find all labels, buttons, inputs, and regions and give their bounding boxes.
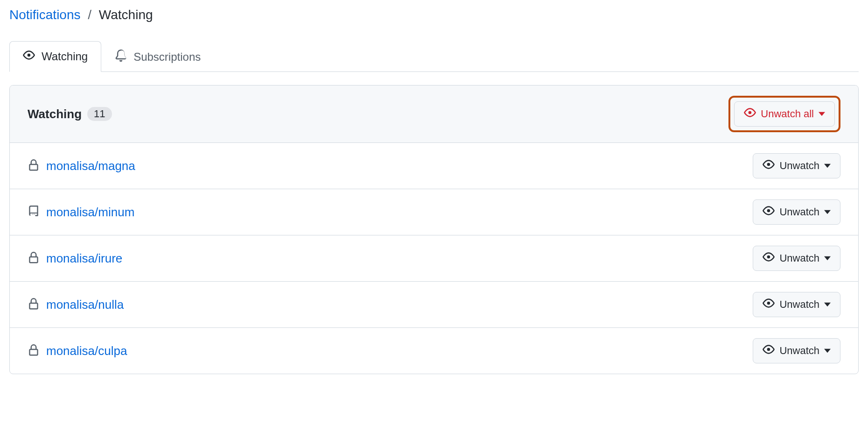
caret-down-icon [824,298,831,311]
panel-header: Watching 11 Unwatch all [10,85,858,143]
eye-icon [744,106,756,121]
lock-icon [28,344,40,358]
eye-icon [763,158,775,173]
unwatch-label: Unwatch [779,252,819,264]
repo-info: monalisa/minum [28,205,134,220]
tab-subscriptions[interactable]: Subscriptions [101,41,214,72]
unwatch-button[interactable]: Unwatch [753,338,840,363]
repo-info: monalisa/culpa [28,344,127,358]
tabs-bar: Watching Subscriptions [9,41,859,72]
tab-subscriptions-label: Subscriptions [133,50,201,64]
repo-link[interactable]: monalisa/magna [46,159,135,173]
eye-icon [763,297,775,312]
bell-icon [115,50,127,64]
repo-row: monalisa/nullaUnwatch [10,282,858,328]
watching-panel: Watching 11 Unwatch all monalisa/magnaUn… [9,85,859,374]
unwatch-label: Unwatch [779,345,819,357]
repo-row: monalisa/irureUnwatch [10,235,858,282]
unwatch-button[interactable]: Unwatch [753,153,840,178]
lock-icon [28,159,40,173]
repo-row: monalisa/minumUnwatch [10,189,858,235]
unwatch-label: Unwatch [779,160,819,172]
tab-watching-label: Watching [42,50,88,63]
breadcrumb-current: Watching [99,7,153,22]
repo-link[interactable]: monalisa/culpa [46,344,127,358]
unwatch-label: Unwatch [779,206,819,218]
repo-list: monalisa/magnaUnwatchmonalisa/minumUnwat… [10,143,858,374]
lock-icon [28,252,40,265]
caret-down-icon [824,252,831,264]
eye-icon [23,49,35,64]
caret-down-icon [824,206,831,218]
lock-icon [28,298,40,312]
panel-title: Watching 11 [28,107,112,121]
repo-info: monalisa/magna [28,159,135,173]
caret-down-icon [824,345,831,357]
repo-row: monalisa/magnaUnwatch [10,143,858,189]
breadcrumb-parent-link[interactable]: Notifications [9,7,81,22]
eye-icon [763,343,775,358]
unwatch-button[interactable]: Unwatch [753,199,840,225]
unwatch-label: Unwatch [779,298,819,311]
panel-title-text: Watching [28,107,82,121]
tab-watching[interactable]: Watching [9,41,101,72]
eye-icon [763,251,775,266]
unwatch-all-label: Unwatch all [761,108,814,120]
repo-info: monalisa/nulla [28,298,124,312]
unwatch-all-button[interactable]: Unwatch all [734,101,835,127]
repo-link[interactable]: monalisa/nulla [46,298,124,312]
repo-link[interactable]: monalisa/irure [46,251,122,266]
breadcrumb-separator: / [88,7,91,22]
unwatch-all-highlight: Unwatch all [728,96,840,132]
repo-info: monalisa/irure [28,251,122,266]
repo-link[interactable]: monalisa/minum [46,205,134,220]
caret-down-icon [819,108,825,120]
caret-down-icon [824,160,831,172]
repo-icon [28,206,40,219]
unwatch-button[interactable]: Unwatch [753,292,840,317]
repo-row: monalisa/culpaUnwatch [10,328,858,374]
unwatch-button[interactable]: Unwatch [753,246,840,271]
breadcrumb: Notifications / Watching [9,0,859,30]
watching-count-badge: 11 [87,107,112,121]
eye-icon [763,205,775,220]
